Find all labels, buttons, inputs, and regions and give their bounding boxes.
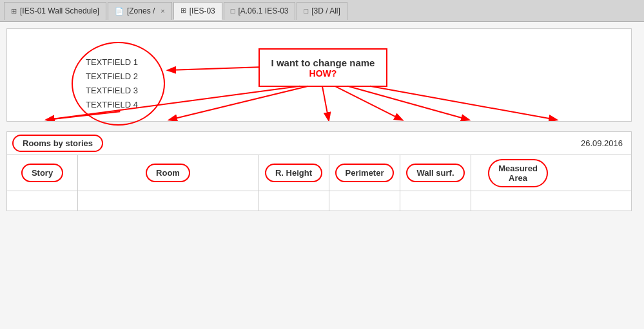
- tab-ies03-label: [IES-03: [190, 6, 215, 15]
- textfield-2: TEXTFIELD 2: [86, 70, 138, 84]
- upper-panel: TEXTFIELD 1 TEXTFIELD 2 TEXTFIELD 3 TEXT…: [6, 28, 632, 122]
- table-cols-row: Story Room R. Height Perimeter Wall surf…: [7, 155, 631, 191]
- name-line2: HOW?: [309, 68, 337, 79]
- col-rheight: R. Height: [259, 155, 329, 191]
- data-cell-story: [7, 191, 78, 211]
- tab-zones-close[interactable]: ×: [161, 7, 164, 15]
- tab-ies01-icon: ⊞: [11, 7, 17, 15]
- svg-line-3: [322, 86, 329, 120]
- tab-ies01-label: [IES-01 Wall Schedule]: [20, 6, 99, 15]
- col-wallsurf-oval: Wall surf.: [406, 164, 464, 182]
- col-story-oval: Story: [21, 164, 63, 182]
- rooms-by-stories-oval: Rooms by stories: [12, 135, 103, 152]
- tab-bar: ⊞ [IES-01 Wall Schedule] 📄 [Zones / × ⊞ …: [0, 0, 644, 22]
- lower-panel: Rooms by stories 26.09.2016 Story Room R…: [6, 131, 632, 211]
- tab-zones[interactable]: 📄 [Zones / ×: [108, 2, 172, 20]
- col-story: Story: [7, 155, 78, 191]
- col-measarea-oval: Measured Area: [488, 159, 548, 187]
- col-perimeter-oval: Perimeter: [335, 164, 395, 182]
- svg-line-4: [335, 86, 402, 120]
- tab-3dall[interactable]: □ [3D / All]: [297, 2, 347, 20]
- tab-ies03-icon: ⊞: [181, 6, 186, 15]
- textfield-3: TEXTFIELD 3: [86, 84, 138, 98]
- data-cell-wallsurf: [400, 191, 471, 211]
- textfield-circle: TEXTFIELD 1 TEXTFIELD 2 TEXTFIELD 3 TEXT…: [72, 42, 165, 126]
- tab-a061-label: [A.06.1 IES-03: [238, 6, 288, 15]
- data-cell-perimeter: [329, 191, 400, 211]
- name-line1: I want to change name: [271, 57, 375, 68]
- tab-zones-icon: 📄: [115, 7, 124, 15]
- col-room-oval: Room: [146, 164, 190, 182]
- textfield-1: TEXTFIELD 1: [86, 55, 138, 70]
- tab-zones-label: [Zones /: [127, 6, 155, 15]
- textfield-4: TEXTFIELD 4: [86, 98, 138, 112]
- tab-ies01[interactable]: ⊞ [IES-01 Wall Schedule]: [4, 2, 106, 20]
- col-measarea: Measured Area: [471, 155, 565, 191]
- table-header-row: Rooms by stories 26.09.2016: [7, 132, 631, 155]
- col-rheight-oval: R. Height: [265, 164, 322, 182]
- col-perimeter: Perimeter: [329, 155, 400, 191]
- col-wallsurf: Wall surf.: [400, 155, 471, 191]
- svg-line-2: [170, 86, 308, 120]
- svg-line-6: [370, 86, 556, 120]
- tab-3dall-icon: □: [304, 7, 308, 15]
- tab-a061[interactable]: □ [A.06.1 IES-03: [224, 2, 296, 20]
- col-room: Room: [78, 155, 259, 191]
- svg-line-5: [347, 86, 468, 120]
- date-label: 26.09.2016: [581, 138, 626, 148]
- tab-a061-icon: □: [231, 7, 235, 15]
- data-cell-measarea: [471, 191, 565, 211]
- name-box: I want to change name HOW?: [259, 48, 387, 87]
- tab-3dall-label: [3D / All]: [311, 6, 340, 15]
- data-cell-rheight: [259, 191, 329, 211]
- data-cell-room: [78, 191, 259, 211]
- main-content: TEXTFIELD 1 TEXTFIELD 2 TEXTFIELD 3 TEXT…: [0, 22, 644, 329]
- svg-line-0: [168, 67, 259, 70]
- tab-ies03[interactable]: ⊞ [IES-03: [173, 2, 222, 20]
- table-data-row: [7, 191, 631, 211]
